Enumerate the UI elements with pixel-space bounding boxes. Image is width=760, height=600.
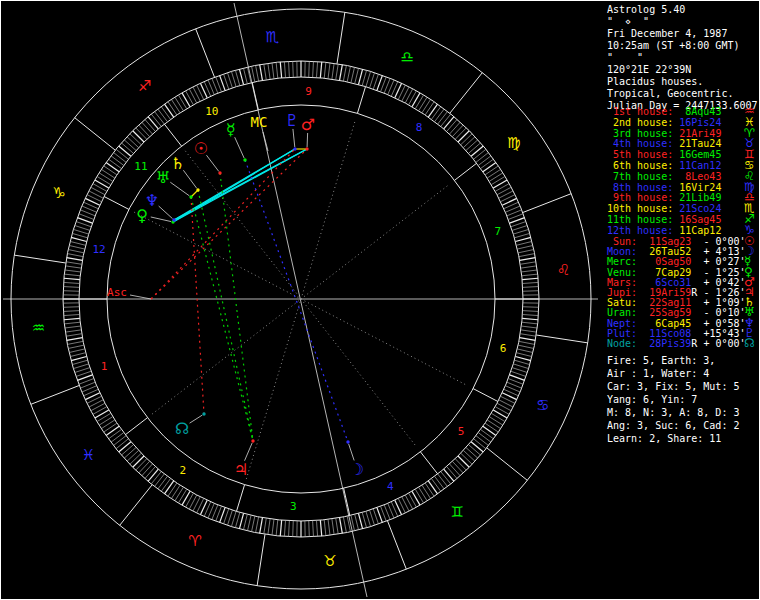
degree-tick: [450, 464, 461, 476]
degree-tick: [447, 119, 457, 131]
header-line: " ⋄ ": [607, 17, 649, 27]
sign-boundary-spoke: [387, 521, 406, 569]
degree-tick: [91, 403, 105, 411]
header-text: " ": [607, 52, 643, 63]
asc-pointer-line: [130, 295, 151, 299]
degree-tick: [521, 266, 537, 268]
sign-sagittarius-icon: ♐: [138, 77, 151, 95]
degree-tick: [71, 356, 86, 360]
degree-tick: [332, 63, 334, 79]
node-icon: ☊: [744, 337, 755, 350]
degree-tick: [75, 368, 90, 373]
degree-tick: [450, 122, 461, 134]
house-cusp-value: 16Gem45: [679, 149, 721, 160]
stats-text: Fire: 5, Earth: 3,: [607, 355, 715, 366]
degree-tick: [124, 140, 136, 151]
degree-tick: [293, 61, 294, 77]
degree-tick: [493, 180, 507, 188]
header-text: Placidus houses.: [607, 76, 703, 87]
degree-tick: [116, 439, 128, 449]
house-number-7: 7: [495, 225, 502, 238]
house-cusp-spoke: [125, 418, 147, 435]
house-cusp-spoke: [252, 82, 258, 109]
house-cusp-value: 16Sag45: [679, 214, 721, 225]
sign-aquarius-icon: ♒: [32, 319, 45, 337]
degree-tick: [127, 137, 139, 148]
house-cusp-spoke: [104, 196, 129, 209]
degree-tick: [171, 485, 180, 498]
degree-tick: [93, 407, 107, 415]
degree-tick: [461, 134, 473, 145]
house-number-5: 5: [458, 425, 465, 438]
degree-tick: [485, 423, 498, 432]
degree-tick: [336, 64, 339, 80]
degree-tick: [231, 511, 236, 526]
degree-tick: [521, 270, 537, 272]
house-label: 11th house:: [607, 214, 673, 225]
degree-tick: [97, 413, 111, 421]
degree-tick: [316, 520, 317, 536]
degree-tick: [324, 62, 326, 78]
degree-tick: [343, 65, 346, 81]
degree-tick: [260, 65, 263, 81]
moon-position-dot: [346, 440, 349, 443]
degree-tick: [428, 481, 437, 494]
aspect-trine-uranus-jupiter: [191, 197, 253, 441]
degree-tick: [280, 62, 281, 78]
degree-tick: [444, 117, 454, 129]
degree-tick: [154, 474, 164, 487]
header-line: 120°21E 22°39N: [607, 65, 691, 75]
degree-tick: [517, 349, 533, 353]
degree-tick: [239, 513, 243, 528]
degree-tick: [71, 237, 86, 241]
degree-tick: [495, 184, 509, 192]
planet-label: Node:: [607, 338, 637, 349]
degree-tick: [476, 152, 489, 162]
degree-tick: [182, 93, 190, 107]
degree-tick: [493, 410, 507, 418]
degree-tick: [370, 510, 375, 525]
planet-pointer-line: [307, 133, 308, 147]
stats-line: Air : 1, Water: 4: [607, 369, 709, 379]
degree-tick: [362, 512, 366, 527]
mc-label: MC: [251, 114, 268, 130]
header-text: 120°21E 22°39N: [607, 64, 691, 75]
degree-tick: [247, 515, 251, 531]
degree-tick: [313, 521, 314, 537]
degree-tick: [518, 345, 534, 348]
house-cusp-spoke: [164, 124, 181, 146]
degree-tick: [272, 519, 274, 535]
house-cusp-spoke: [473, 389, 498, 402]
pluto-icon: ♇: [285, 111, 299, 130]
sun-position-dot: [218, 171, 221, 174]
degree-tick: [336, 518, 339, 534]
degree-tick: [67, 258, 83, 261]
degree-tick: [522, 274, 538, 276]
house-label: 8th house:: [607, 182, 673, 193]
house-label: 1st house:: [607, 106, 673, 117]
sun-icon: ☉: [194, 139, 208, 158]
mercury-icon: ☿: [226, 120, 236, 139]
degree-tick: [471, 146, 483, 156]
degree-tick: [121, 143, 133, 153]
degree-tick: [95, 410, 109, 418]
degree-tick: [108, 429, 121, 438]
degree-tick: [178, 489, 186, 503]
degree-tick: [158, 476, 168, 489]
house-number-12: 12: [92, 243, 105, 256]
degree-tick: [489, 417, 503, 425]
house-cusp-value: 16Pis24: [679, 117, 721, 128]
degree-tick: [351, 67, 355, 83]
degree-tick: [175, 97, 183, 111]
sign-boundary-spoke: [75, 118, 116, 151]
degree-tick: [412, 491, 420, 505]
degree-tick: [489, 173, 503, 181]
degree-tick: [64, 318, 80, 319]
degree-tick: [521, 330, 537, 332]
degree-tick: [193, 497, 200, 511]
info-panel: Astrolog 5.40" ⋄ "Fri December 4, 198710…: [607, 1, 759, 599]
planet-pointer-line: [183, 170, 196, 188]
degree-tick: [520, 262, 536, 265]
degree-tick: [358, 69, 362, 84]
app-title: Astrolog 5.40: [607, 4, 685, 15]
